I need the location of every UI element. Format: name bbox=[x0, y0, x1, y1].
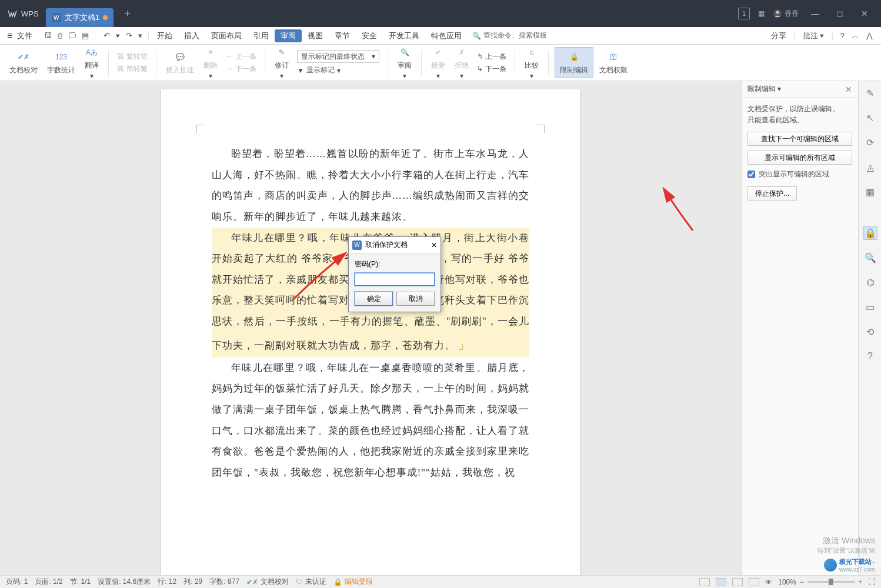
view-mode4-button[interactable] bbox=[749, 578, 759, 586]
tab-insert[interactable]: 插入 bbox=[178, 27, 205, 44]
refresh-icon[interactable]: ⟳ bbox=[863, 135, 877, 149]
find-next-editable-button[interactable]: 查找下一个可编辑的区域 bbox=[747, 132, 852, 146]
status-section[interactable]: 节: 1/1 bbox=[70, 577, 91, 587]
wps-brand[interactable]: WPS bbox=[0, 8, 46, 19]
tab-featured[interactable]: 特色应用 bbox=[425, 27, 468, 44]
simp2trad-button[interactable]: 简 繁转简 bbox=[117, 52, 148, 62]
dialog-close-icon[interactable]: ✕ bbox=[431, 241, 437, 249]
user-avatar-icon[interactable]: 香香 bbox=[773, 9, 799, 19]
unprotect-dialog: W取消保护文档 ✕ 密码(P): 确定 取消 bbox=[348, 236, 441, 312]
quick-icon[interactable]: ▤ bbox=[82, 31, 89, 40]
prev-ann-button[interactable]: ← 上一条 bbox=[226, 52, 256, 62]
cmp-next-button[interactable]: ↳ 下一条 bbox=[477, 64, 506, 74]
document-tab[interactable]: W 文字文稿1 bbox=[46, 8, 114, 27]
highlight-editable-checkbox[interactable]: 突出显示可编辑的区域 bbox=[747, 169, 852, 179]
maximize-button[interactable]: ◻ bbox=[832, 9, 848, 18]
proofread-button[interactable]: ✔✗文档校对 bbox=[6, 50, 41, 75]
insert-ann-button[interactable]: 💬插入批注 bbox=[162, 50, 198, 75]
share-button[interactable]: 分享 bbox=[771, 31, 786, 41]
password-input[interactable] bbox=[355, 273, 435, 286]
history-icon[interactable]: ⟲ bbox=[863, 325, 877, 339]
lock-icon[interactable]: 🔒 bbox=[863, 226, 877, 240]
dialog-app-icon: W bbox=[352, 240, 362, 250]
review-button[interactable]: 🔍审阅▾ bbox=[394, 45, 415, 80]
status-position[interactable]: 设置值: 14.6厘米 bbox=[98, 577, 151, 587]
hamburger-icon[interactable]: ≡ bbox=[0, 31, 17, 41]
print-icon[interactable]: ⎙ bbox=[58, 31, 62, 40]
command-search[interactable]: 🔍 查找命令、搜索模板 bbox=[472, 31, 547, 41]
cancel-button[interactable]: 取消 bbox=[396, 292, 435, 306]
delete-ann-button[interactable]: ✕删除▾ bbox=[200, 45, 221, 80]
note-icon[interactable]: ▭ bbox=[863, 300, 877, 314]
tab-start[interactable]: 开始 bbox=[151, 27, 178, 44]
stop-protection-button[interactable]: 停止保护... bbox=[747, 186, 797, 201]
tab-reference[interactable]: 引用 bbox=[248, 27, 275, 44]
more-icon[interactable]: ⋀ bbox=[866, 31, 873, 40]
tab-layout[interactable]: 页面布局 bbox=[205, 27, 248, 44]
tab-devtools[interactable]: 开发工具 bbox=[383, 27, 425, 44]
view-mode3-button[interactable] bbox=[732, 578, 743, 586]
restrict-edit-pane: 限制编辑 ▾ ✕ 文档受保护，以防止误编辑。只能查看此区域。 查找下一个可编辑的… bbox=[741, 81, 859, 575]
save-icon[interactable]: 🖫 bbox=[44, 31, 52, 40]
cursor-icon[interactable]: ↖ bbox=[863, 111, 877, 125]
redo-icon[interactable]: ↷ bbox=[126, 31, 132, 40]
file-menu[interactable]: 文件 bbox=[17, 31, 38, 41]
view-mode2-button[interactable] bbox=[716, 578, 726, 586]
zoom-control[interactable]: 100% − + bbox=[778, 578, 862, 586]
status-words[interactable]: 字数: 877 bbox=[209, 577, 239, 587]
pane-info-line2: 只能查看此区域。 bbox=[747, 116, 804, 124]
reject-button[interactable]: ✗拒绝▾ bbox=[451, 45, 472, 80]
search-side-icon[interactable]: 🔍 bbox=[863, 250, 877, 265]
fullscreen-icon[interactable]: ⛶ bbox=[868, 578, 875, 586]
status-restricted[interactable]: 🔒编辑受限 bbox=[333, 577, 373, 587]
doc-perm-button[interactable]: ⚿文档权限 bbox=[596, 50, 631, 75]
show-all-editable-button[interactable]: 显示可编辑的所有区域 bbox=[747, 151, 852, 165]
tab-review[interactable]: 审阅 bbox=[275, 29, 302, 42]
eye-icon[interactable]: 👁 bbox=[765, 578, 772, 586]
cmp-prev-button[interactable]: ↰ 上一条 bbox=[477, 52, 506, 62]
modified-dot-icon bbox=[103, 15, 108, 20]
trad2simp-button[interactable]: 简 简转繁 bbox=[117, 64, 148, 74]
status-auth[interactable]: 🛡未认证 bbox=[296, 577, 326, 587]
status-col[interactable]: 列: 29 bbox=[183, 577, 202, 587]
annotate-button[interactable]: 批注 ▾ bbox=[803, 31, 825, 41]
accept-button[interactable]: ✔接受▾ bbox=[428, 45, 449, 80]
next-ann-button[interactable]: → 下一条 bbox=[226, 64, 256, 74]
view-mode1-button[interactable] bbox=[699, 578, 710, 586]
notification-badge[interactable]: 1 bbox=[738, 8, 750, 19]
track-state-combo[interactable]: 显示标记的最终状态▾ bbox=[297, 50, 379, 63]
document-canvas[interactable]: 盼望着，盼望着……翘首以盼的新年近了。街市上车水马龙，人山人海，好不热闹。瞧，拎… bbox=[0, 81, 741, 575]
status-pages[interactable]: 页面: 1/2 bbox=[35, 577, 62, 587]
undo-icon[interactable]: ↶ bbox=[104, 31, 110, 40]
apps-icon[interactable]: ▦ bbox=[758, 9, 765, 18]
wordcount-button[interactable]: 123字数统计 bbox=[44, 50, 79, 75]
shape-icon[interactable]: ◬ bbox=[863, 160, 877, 174]
zoom-out-icon[interactable]: − bbox=[800, 578, 804, 586]
collapse-ribbon-icon[interactable]: ︿ bbox=[852, 31, 859, 41]
status-proof[interactable]: ✔✗文档校对 bbox=[246, 577, 289, 587]
help-icon[interactable]: ? bbox=[840, 31, 845, 40]
tab-security[interactable]: 安全 bbox=[356, 27, 383, 44]
minimize-button[interactable]: — bbox=[807, 9, 823, 18]
undo-more-icon[interactable]: ▾ bbox=[116, 31, 120, 40]
preview-icon[interactable]: 🖵 bbox=[68, 31, 76, 40]
zoom-in-icon[interactable]: + bbox=[858, 578, 862, 586]
new-tab-button[interactable]: + bbox=[119, 5, 136, 22]
close-button[interactable]: ✕ bbox=[856, 9, 873, 18]
status-row[interactable]: 行: 12 bbox=[158, 577, 176, 587]
tree-icon[interactable]: ⌬ bbox=[863, 275, 877, 289]
pen-icon[interactable]: ✎ bbox=[863, 86, 877, 100]
status-page[interactable]: 页码: 1 bbox=[6, 577, 28, 587]
grid-icon[interactable]: ▦ bbox=[863, 185, 877, 199]
tab-view[interactable]: 视图 bbox=[302, 27, 329, 44]
compare-button[interactable]: ⎌比较▾ bbox=[521, 45, 542, 80]
revise-button[interactable]: ✎修订▾ bbox=[271, 45, 292, 80]
show-mark-button[interactable]: ▼ 显示标记 ▾ bbox=[297, 65, 379, 75]
tab-section[interactable]: 章节 bbox=[329, 27, 356, 44]
help2-icon[interactable]: ? bbox=[863, 349, 877, 363]
ok-button[interactable]: 确定 bbox=[355, 292, 393, 306]
translate-button[interactable]: Aあ翻译▾ bbox=[81, 45, 102, 80]
restrict-edit-button[interactable]: 🔒限制编辑 bbox=[555, 47, 593, 78]
redo-more-icon[interactable]: ▾ bbox=[138, 31, 142, 40]
pane-close-icon[interactable]: ✕ bbox=[845, 85, 852, 94]
